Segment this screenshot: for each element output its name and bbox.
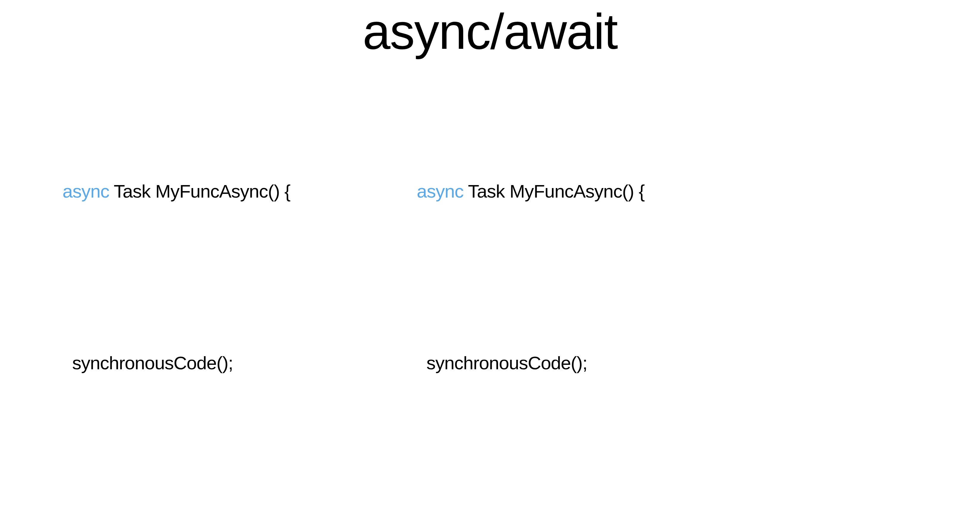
code-left-column: async Task MyFuncAsync() { synchronousCo… [62, 120, 417, 524]
keyword-async: async [417, 181, 463, 202]
code-line: synchronousCode(); [62, 349, 417, 377]
keyword-async: async [62, 181, 109, 202]
slide-title: async/await [0, 3, 980, 60]
code-line: var awaiter = InnerAsync().GetAwaiter(); [417, 520, 950, 524]
blank-line [62, 263, 417, 291]
code-text: Task MyFuncAsync() { [463, 181, 644, 202]
blank-line [62, 434, 417, 463]
code-columns: async Task MyFuncAsync() { synchronousCo… [0, 120, 980, 524]
code-text: Task MyFuncAsync() { [109, 181, 290, 202]
code-line: async Task MyFuncAsync() { [62, 177, 417, 206]
code-block-left: async Task MyFuncAsync() { synchronousCo… [62, 120, 417, 524]
blank-line [417, 434, 950, 463]
code-block-right: async Task MyFuncAsync() { synchronousCo… [417, 120, 950, 524]
code-line: await InnerAsync(); [62, 520, 417, 524]
code-line: async Task MyFuncAsync() { [417, 177, 950, 206]
blank-line [417, 263, 950, 291]
code-right-column: async Task MyFuncAsync() { synchronousCo… [417, 120, 950, 524]
slide: async/await async Task MyFuncAsync() { s… [0, 3, 980, 524]
code-line: synchronousCode(); [417, 349, 950, 377]
